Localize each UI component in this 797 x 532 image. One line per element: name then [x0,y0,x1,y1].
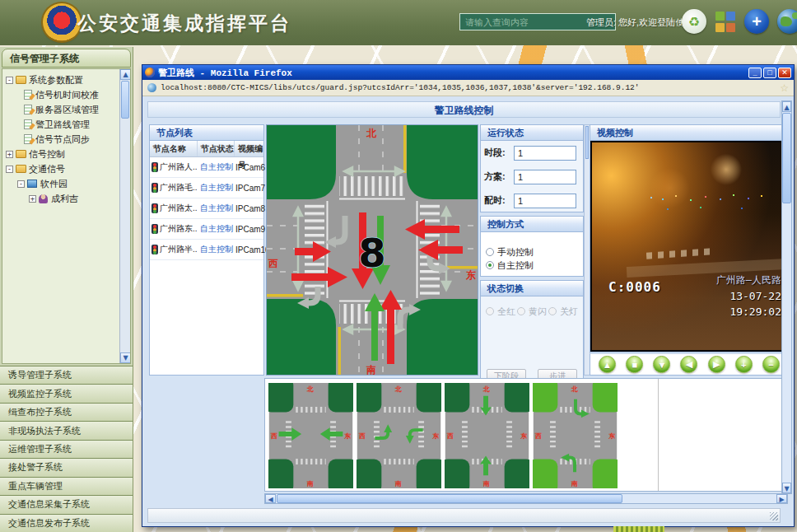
tree-node-guard-route[interactable]: 警卫路线管理 [6,117,128,132]
scroll-left-icon[interactable]: ◀ [265,494,276,503]
camera-id-overlay: C:0006 [608,279,661,295]
zoom-out-button[interactable]: − [762,356,780,373]
close-button[interactable]: ✕ [778,68,791,78]
radio-checked-icon[interactable] [486,261,494,269]
tree-node-system-params[interactable]: - 系统参数配置 [6,72,128,87]
sidebar-item-key-vehicles[interactable]: 重点车辆管理 [0,477,133,495]
sidebar-item-police-dispatch[interactable]: 接处警子系统 [0,458,133,476]
sidebar-item-investigation[interactable]: 缉查布控子系统 [0,403,133,421]
radio-icon [517,307,525,315]
tree-toggle-icon[interactable]: + [6,151,13,158]
video-panel-title: 视频控制 [590,124,789,141]
node-list-title: 节点列表 [149,124,264,141]
phase-thumbnail-1[interactable]: 北 西 东 南 [268,383,353,488]
tree-toggle-icon[interactable]: - [6,77,13,84]
phase-thumbnail-4-selected[interactable]: 北 西 东 南 [533,383,618,488]
table-row[interactable]: 广州路人.. 自主控制 IPCam6 [150,157,263,178]
sidebar-tree: - 系统参数配置 信号机时间校准 服务器区域管理 警卫路线管理 [2,68,131,364]
pan-down-button[interactable]: ▼ [653,356,670,373]
url-text[interactable]: localhost:8080/CTC-MICS/libs/utcs/guard.… [161,83,776,92]
police-badge-logo [43,3,81,41]
timing-field[interactable] [514,194,576,208]
sidebar-item-ops-management[interactable]: 运维管理子系统 [0,440,133,458]
firefox-window: 警卫路线 - Mozilla Firefox _ □ ✕ localhost:8… [142,64,795,527]
scrollbar-thumb[interactable] [121,81,129,119]
sidebar-item-traffic-collection[interactable]: 交通信息采集子系统 [0,495,133,513]
phase-thumbnail-strip: 北 西 东 南 [264,378,788,492]
intersection-diagram: 8 北 西 东 南 [266,124,478,376]
label-east: 东 [465,269,476,281]
resize-grip[interactable] [770,512,778,520]
scroll-right-icon[interactable]: ▶ [776,494,787,503]
maximize-button[interactable]: □ [763,68,776,78]
tree-node-server-region[interactable]: 服务器区域管理 [6,102,128,117]
radio-auto-control[interactable]: 自主控制 [486,259,578,272]
sidebar-item-traffic-release[interactable]: 交通信息发布子系统 [0,514,133,532]
window-titlebar[interactable]: 警卫路线 - Mozilla Firefox _ □ ✕ [142,65,794,80]
plan-field[interactable] [514,170,576,184]
scroll-up-icon[interactable]: ▲ [120,69,131,80]
tree-node-traffic-signal[interactable]: - 交通信号 [6,161,128,176]
col-node-name: 节点名称 [150,141,198,156]
recycle-icon[interactable]: ♻ [682,9,706,34]
state-switch-panel: 状态切换 全红 黄闪 [480,280,584,389]
phase-strip-scrollbar[interactable]: ◀ ▶ [264,493,788,504]
page-vertical-scrollbar[interactable]: ▲ ▼ [781,100,792,494]
run-status-title: 运行状态 [480,124,584,141]
radio-icon[interactable] [486,248,494,256]
tree-node-signal-sync[interactable]: 信号节点同步 [6,132,128,147]
plus-icon[interactable]: + [744,9,769,34]
bookmark-star-icon[interactable]: ☆ [780,82,789,94]
svg-text:南: 南 [482,480,490,488]
scrollbar-thumb[interactable] [277,494,622,503]
table-row[interactable]: 广州路毛.. 自主控制 IPCam7 [150,178,263,198]
tree-toggle-icon[interactable]: - [6,166,13,173]
apps-grid-icon[interactable] [715,11,736,32]
welcome-text: 管理员: 您好,欢迎登陆使用 [586,16,693,29]
phase-thumbnail-2[interactable]: 北 西 东 南 [357,383,441,488]
scrollbar-thumb[interactable] [782,113,791,203]
table-row[interactable]: 广州路太.. 自主控制 IPCam8 [150,198,263,219]
svg-text:南: 南 [571,480,578,488]
tree-toggle-icon[interactable]: + [29,195,36,203]
person-icon [39,194,48,203]
tree-node-chenliji[interactable]: + 成利吉 [6,191,128,206]
scroll-up-icon[interactable]: ▲ [782,101,791,112]
tree-label: 服务器区域管理 [35,104,99,116]
tree-label: 警卫路线管理 [35,119,90,131]
tree-scrollbar[interactable]: ▲ ▼ [119,69,130,363]
sidebar-item-offsite-enforcement[interactable]: 非现场执法子系统 [0,421,133,439]
tree-node-time-calibration[interactable]: 信号机时间校准 [6,87,128,102]
svg-text:北: 北 [571,385,578,393]
tree-node-software-park[interactable]: - 软件园 [6,176,128,191]
control-column: 运行状态 时段: 方案: 配时: [480,124,584,376]
tree-label: 软件园 [40,178,68,190]
pan-right-button[interactable]: ▶ [708,356,725,373]
sidebar: 信号管理子系统 - 系统参数配置 信号机时间校准 服务器区域管理 [0,47,133,532]
scrollbar-thumb[interactable] [585,126,589,159]
pan-left-button[interactable]: ◀ [680,356,697,373]
minimize-button[interactable]: _ [748,68,762,78]
scroll-down-icon[interactable]: ▼ [120,352,131,363]
camera-date-overlay: 13-07-22 [716,288,781,304]
tree-node-signal-control[interactable]: + 信号控制 [6,147,128,161]
radio-manual-control[interactable]: 手动控制 [486,245,578,259]
tree-toggle-icon[interactable]: - [17,180,25,188]
tree-label: 信号节点同步 [35,133,90,146]
globe-icon[interactable] [777,9,797,34]
zoom-in-button[interactable]: + [735,356,753,373]
sidebar-item-guidance[interactable]: 诱导管理子系统 [0,366,133,384]
sidebar-item-video-surveillance[interactable]: 视频监控子系统 [0,384,133,402]
node-table-header: 节点名称 节点状态 视频编号 [150,141,263,157]
sidebar-header[interactable]: 信号管理子系统 [2,49,131,68]
pan-up-button[interactable]: ▲ [599,356,616,373]
table-row[interactable]: 广州路半.. 自主控制 IPCam10 [150,240,263,260]
table-row[interactable]: 广州路东.. 自主控制 IPCam9 [150,219,263,240]
period-field[interactable] [514,146,576,161]
stop-button[interactable]: ■ [626,356,643,373]
phase-thumbnail-3[interactable]: 北 西 东 南 [445,383,529,488]
document-icon [24,134,32,144]
scroll-down-icon[interactable]: ▼ [782,483,791,493]
camera-location-overlay: 广州路—人民路 [716,273,781,288]
url-bar[interactable]: localhost:8080/CTC-MICS/libs/utcs/guard.… [142,80,794,96]
